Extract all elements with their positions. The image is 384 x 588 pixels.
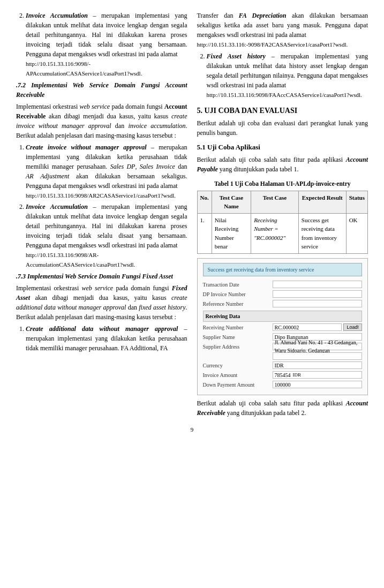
section5-heading: 5. UJI COBA DAN EVALUASI xyxy=(197,105,368,116)
item2r-dash: – xyxy=(272,52,275,60)
form-field[interactable]: 100000 xyxy=(273,381,363,388)
form-field[interactable]: IDR xyxy=(273,361,363,369)
section73-heading: .7.3 Implementasi Web Service Domain Fun… xyxy=(16,272,187,281)
form-row: Invoice Amount785454IDR xyxy=(203,371,363,379)
form-label: Currency xyxy=(203,361,273,370)
receiving-data-section-title: Receiving Data xyxy=(203,311,363,322)
table-row: 1.Nilai Receiving Number benarReceiving … xyxy=(197,213,368,253)
item1c-text: merupakan implementasi yang dilakukan ke… xyxy=(26,335,187,352)
item1c-dash: – xyxy=(184,325,187,333)
after-text1: Berikut adalah uji coba salah satu fitur… xyxy=(197,399,343,407)
load-button[interactable]: Load! xyxy=(343,323,362,331)
fa-dep-url: http://10.151.33.116:-9098/FA2CASAServic… xyxy=(197,41,348,48)
form-field[interactable] xyxy=(273,290,363,298)
item1a-url: http://10.151.33.116:9098/AR2CASAService… xyxy=(26,192,176,199)
form-mock: Success get receiving data from inventor… xyxy=(197,258,368,395)
item2b-url: http://10.151.33.116:9098/AR-Accumulatio… xyxy=(26,252,135,268)
list-item-2b: Invoice Accumulation – merupakan impleme… xyxy=(26,202,187,269)
form-row: Receiving NumberRC.000002Load! xyxy=(203,323,363,331)
item2b-dash: – xyxy=(93,203,96,210)
form-field[interactable] xyxy=(273,281,363,288)
form-label: Down Payment Amount xyxy=(203,381,273,389)
cell-name: Nilai Receiving Number benar xyxy=(212,213,251,253)
right-intro-text: Transfer dan FA Depreciation akan dilaku… xyxy=(197,11,368,49)
test-table: No. Test Case Name Test Case Expected Re… xyxy=(197,191,368,254)
section51-text2: yang ditunjukkan pada tabel 1. xyxy=(220,165,299,173)
form-label: Reference Number xyxy=(203,300,273,308)
section51-intro: Berikut adalah uji coba salah satu fitur… xyxy=(197,155,368,174)
success-banner: Success get receiving data from inventor… xyxy=(203,263,363,276)
section5-text: Berikut adalah uji coba dan evaluasi dar… xyxy=(197,118,368,138)
right-column: Transfer dan FA Depreciation akan dilaku… xyxy=(197,11,368,420)
after-table-text: Berikut adalah uji coba salah satu fitur… xyxy=(197,398,368,418)
form-field[interactable]: Jl. Ahmad Yani No. 41 - 43 Gedangan, War… xyxy=(273,343,363,350)
list-item-2-right: Fixed Asset history – merupakan implemen… xyxy=(207,51,368,100)
list-item-1c: Create additional data without manager a… xyxy=(26,324,187,353)
item2-dash: – xyxy=(93,12,96,19)
form-row: Down Payment Amount100000 xyxy=(203,381,363,389)
cell-status: OK xyxy=(346,213,367,253)
form-row: CurrencyIDR xyxy=(203,361,363,370)
field-suffix: IDR xyxy=(293,372,302,379)
form-label: Invoice Amount xyxy=(203,371,273,379)
item2b-heading: Invoice Accumulation xyxy=(26,203,88,210)
item1a-heading: Create invoice without manager approval xyxy=(26,144,147,151)
col-status: Status xyxy=(346,191,367,213)
list-item-2: Invoice Accumulation – merupakan impleme… xyxy=(26,11,187,78)
section51-text1: Berikut adalah uji coba salah satu fitur… xyxy=(197,156,343,163)
form-label: Transaction Date xyxy=(203,281,273,289)
col-testcase: Test Case xyxy=(251,191,299,213)
form-row: DP Invoice Number xyxy=(203,290,363,298)
section51-heading: 5.1 Uji Coba Aplikasi xyxy=(197,142,368,153)
form-row: Transaction Date xyxy=(203,281,363,289)
form-field[interactable] xyxy=(273,352,363,360)
item2r-heading: Fixed Asset history xyxy=(207,52,266,60)
left-column: Invoice Accumulation – merupakan impleme… xyxy=(16,11,187,420)
form-field[interactable]: 785454IDR xyxy=(273,371,363,379)
cell-no: 1. xyxy=(197,213,212,253)
page-number: 9 xyxy=(16,425,368,434)
form-label: Supplier Address xyxy=(203,343,273,351)
item2-heading: Invoice Accumulation xyxy=(26,12,88,19)
col-expected: Expected Result xyxy=(298,191,346,213)
fa-dep: FA Depreciation xyxy=(239,12,287,19)
col-testcase-name: Test Case Name xyxy=(212,191,251,213)
form-row xyxy=(203,352,363,360)
form-field[interactable] xyxy=(273,300,363,307)
success-msg: Success get receiving data from inventor… xyxy=(208,267,314,273)
after-text2: yang ditunjukkan pada tabel 2. xyxy=(227,409,306,417)
table1-title: Tabel 1 Uji Coba Halaman UI-API.dp-invoi… xyxy=(197,179,368,189)
form-row: Reference Number xyxy=(203,300,363,308)
cell-expected: Success get receiving data from inventor… xyxy=(298,213,346,253)
form-label: Supplier Name xyxy=(203,333,273,341)
item1c-heading: Create additional data without manager a… xyxy=(26,325,178,333)
transfer-text: Transfer dan xyxy=(197,12,234,19)
item2-url: http://10.151.33.116:9098/-APAccumulatio… xyxy=(26,61,142,77)
form-row: Supplier AddressJl. Ahmad Yani No. 41 - … xyxy=(203,343,363,351)
item2r-url: http://10.151.33.116:9098/FAAccCASAServi… xyxy=(207,92,362,98)
form-label: DP Invoice Number xyxy=(203,290,273,298)
list-item-1a: Create invoice without manager approval … xyxy=(26,142,187,200)
section73-intro: Implementasi orkestrasi web service pada… xyxy=(16,283,187,322)
receiving-number-field[interactable]: RC.000002 xyxy=(273,323,342,331)
col-no: No. xyxy=(197,191,212,213)
cell-test: Receiving Number = "RC.000002" xyxy=(251,213,299,253)
item1a-dash: – xyxy=(151,144,154,151)
form-label: Receiving Number xyxy=(203,323,273,331)
section72-heading: .7.2 Implementasi Web Service Domain Fun… xyxy=(16,80,187,100)
section72-intro: Implementasi orkestrasi web service pada… xyxy=(16,102,187,140)
